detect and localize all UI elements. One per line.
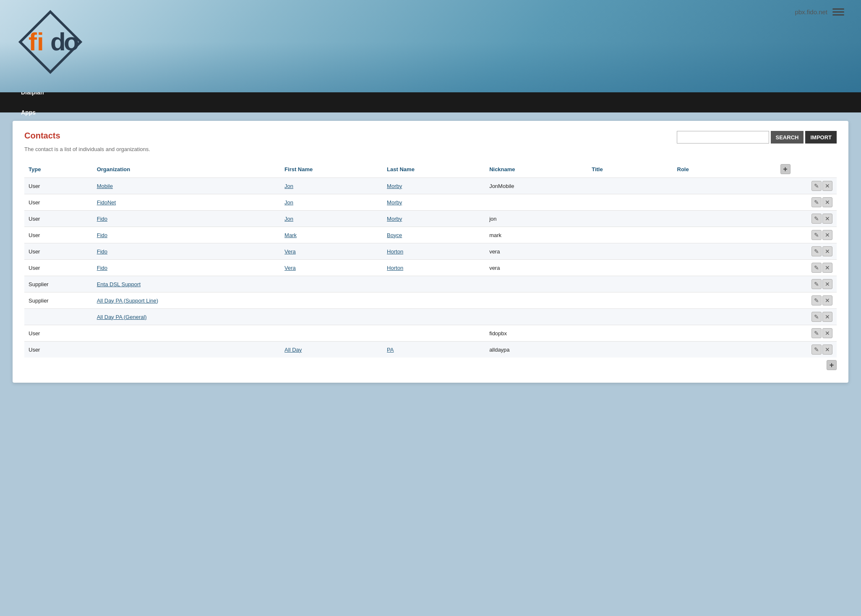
cell-nick: [485, 194, 587, 211]
import-button[interactable]: IMPORT: [805, 131, 837, 144]
delete-button[interactable]: ✕: [822, 246, 832, 256]
delete-button[interactable]: ✕: [822, 230, 832, 240]
link-org[interactable]: Fido: [97, 265, 107, 271]
cell-lname: Morby: [383, 211, 485, 227]
col-header-org: Organization: [93, 161, 280, 178]
svg-text:fi: fi: [29, 28, 44, 56]
delete-button[interactable]: ✕: [822, 263, 832, 273]
navbar: HomeAccountsDialplanAppsStatusAdvanced: [0, 92, 861, 112]
cell-lname: Morby: [383, 178, 485, 194]
link-fname[interactable]: Jon: [284, 183, 293, 189]
edit-button[interactable]: ✎: [811, 181, 822, 191]
link-lname[interactable]: Morby: [387, 183, 402, 189]
add-button-bottom[interactable]: +: [827, 360, 837, 370]
cell-fname: All Day: [280, 342, 383, 358]
cell-org: [93, 325, 280, 342]
edit-button[interactable]: ✎: [811, 246, 822, 256]
link-org[interactable]: Fido: [97, 232, 107, 238]
delete-button[interactable]: ✕: [822, 328, 832, 338]
edit-button[interactable]: ✎: [811, 230, 822, 240]
cell-org: Fido: [93, 260, 280, 276]
action-cell: ✎✕: [775, 243, 837, 260]
table-row: UserFidoVeraHortonvera✎✕: [24, 243, 837, 260]
cell-role: [673, 260, 775, 276]
link-org[interactable]: FidoNet: [97, 199, 116, 206]
delete-button[interactable]: ✕: [822, 214, 832, 224]
link-org[interactable]: Enta DSL Support: [97, 281, 141, 287]
header-background: fi d o pbx.fido.net: [0, 0, 861, 92]
link-lname[interactable]: Horton: [387, 265, 403, 271]
link-lname[interactable]: Horton: [387, 248, 403, 255]
cell-type: User: [24, 325, 93, 342]
cell-role: [673, 325, 775, 342]
search-input[interactable]: [677, 131, 769, 144]
edit-button[interactable]: ✎: [811, 328, 822, 338]
cell-fname: [280, 309, 383, 325]
link-fname[interactable]: Vera: [284, 265, 296, 271]
cell-type: User: [24, 243, 93, 260]
cell-org: Mobile: [93, 178, 280, 194]
delete-button[interactable]: ✕: [822, 295, 832, 305]
edit-button[interactable]: ✎: [811, 197, 822, 207]
action-cell: ✎✕: [775, 194, 837, 211]
cell-fname: Vera: [280, 260, 383, 276]
nav-item-apps[interactable]: Apps: [8, 102, 62, 123]
cell-role: [673, 178, 775, 194]
content-card: Contacts SEARCH IMPORT The contact is a …: [13, 121, 848, 383]
cell-nick: mark: [485, 227, 587, 243]
link-fname[interactable]: Mark: [284, 232, 297, 238]
cell-fname: [280, 276, 383, 292]
table-row: UserFidoJonMorbyjon✎✕: [24, 211, 837, 227]
edit-button[interactable]: ✎: [811, 279, 822, 289]
action-cell: ✎✕: [775, 211, 837, 227]
search-button[interactable]: SEARCH: [771, 131, 804, 144]
edit-button[interactable]: ✎: [811, 345, 822, 355]
link-fname[interactable]: Jon: [284, 199, 293, 206]
edit-button[interactable]: ✎: [811, 214, 822, 224]
cell-nick: alldaypa: [485, 342, 587, 358]
header-right: pbx.fido.net: [795, 8, 844, 16]
cell-fname: Jon: [280, 178, 383, 194]
edit-button[interactable]: ✎: [811, 312, 822, 322]
link-lname[interactable]: Boyce: [387, 232, 402, 238]
delete-button[interactable]: ✕: [822, 312, 832, 322]
link-lname[interactable]: PA: [387, 347, 394, 353]
link-fname[interactable]: Vera: [284, 248, 296, 255]
edit-button[interactable]: ✎: [811, 263, 822, 273]
action-cell: ✎✕: [775, 325, 837, 342]
link-org[interactable]: Mobile: [97, 183, 113, 189]
link-org[interactable]: Fido: [97, 248, 107, 255]
table-row: UserMobileJonMorbyJonMobile✎✕: [24, 178, 837, 194]
action-cell: ✎✕: [775, 276, 837, 292]
delete-button[interactable]: ✕: [822, 279, 832, 289]
link-fname[interactable]: Jon: [284, 216, 293, 222]
cell-lname: PA: [383, 342, 485, 358]
cell-org: All Day PA (General): [93, 309, 280, 325]
delete-button[interactable]: ✕: [822, 345, 832, 355]
cell-nick: [485, 309, 587, 325]
cell-role: [673, 342, 775, 358]
col-header-type: Type: [24, 161, 93, 178]
link-lname[interactable]: Morby: [387, 199, 402, 206]
edit-button[interactable]: ✎: [811, 295, 822, 305]
cell-lname: [383, 276, 485, 292]
col-header-fname: First Name: [280, 161, 383, 178]
cell-lname: [383, 309, 485, 325]
fido-logo: fi d o: [17, 8, 84, 76]
link-org[interactable]: All Day PA (Support Line): [97, 298, 158, 304]
cell-fname: Mark: [280, 227, 383, 243]
delete-button[interactable]: ✕: [822, 197, 832, 207]
link-lname[interactable]: Morby: [387, 216, 402, 222]
cell-fname: [280, 292, 383, 309]
cell-role: [673, 211, 775, 227]
link-fname[interactable]: All Day: [284, 347, 302, 353]
cell-org: All Day PA (Support Line): [93, 292, 280, 309]
menu-icon[interactable]: [832, 8, 844, 16]
add-button-top[interactable]: +: [780, 164, 791, 174]
cell-fname: Vera: [280, 243, 383, 260]
cell-nick: [485, 276, 587, 292]
delete-button[interactable]: ✕: [822, 181, 832, 191]
link-org[interactable]: All Day PA (General): [97, 314, 147, 320]
main-wrapper: Contacts SEARCH IMPORT The contact is a …: [0, 112, 861, 399]
link-org[interactable]: Fido: [97, 216, 107, 222]
